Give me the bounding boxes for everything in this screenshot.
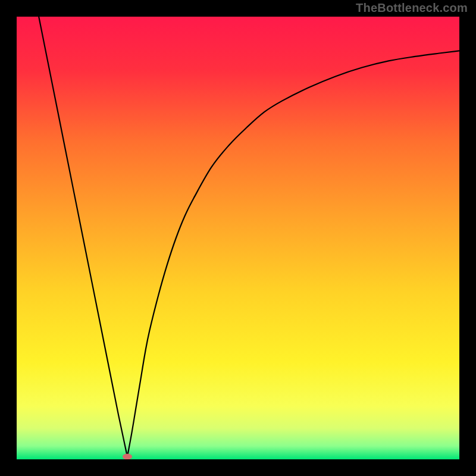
chart-frame: TheBottleneck.com	[0, 0, 476, 476]
chart-svg	[17, 17, 459, 459]
watermark-text: TheBottleneck.com	[356, 1, 468, 15]
plot-area	[17, 17, 459, 459]
